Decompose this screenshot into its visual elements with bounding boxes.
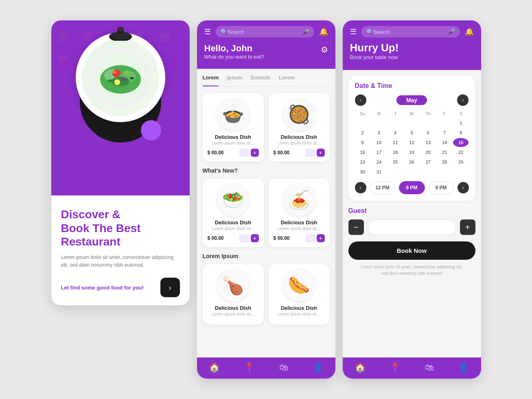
next-button[interactable]: › — [160, 278, 180, 297]
cal-day-14[interactable]: 14 — [437, 138, 452, 147]
hurry-subtitle: Book your table now — [350, 54, 474, 60]
screen-3: ☰ 🔍 🎤 🔔 Hurry Up! Book your table now Da… — [343, 20, 481, 379]
cal-next-btn[interactable]: › — [457, 94, 469, 106]
tab-dolositr[interactable]: Dolositr — [251, 75, 271, 83]
cal-label-w: W — [404, 110, 419, 118]
qty-plus-2[interactable]: + — [317, 149, 325, 157]
cal-day-21[interactable]: 21 — [437, 148, 452, 157]
cal-day-22[interactable]: 22 — [453, 148, 469, 157]
bell-icon[interactable]: 🔔 — [319, 27, 328, 36]
cal-day-15[interactable]: 15 — [453, 138, 469, 147]
cal-day-31[interactable]: 31 — [371, 167, 387, 176]
dish-card-4: 🍝 Delicious Dish Lorem ipsum dolor sit..… — [269, 179, 330, 247]
calendar-grid: Su M T W Th F S 1 2 3 — [355, 110, 469, 176]
qty-display-1 — [239, 149, 249, 157]
cal-day-20[interactable]: 20 — [420, 148, 436, 157]
menu-icon[interactable]: ☰ — [204, 27, 211, 36]
time-next-btn[interactable]: › — [458, 182, 469, 193]
cal-day-13[interactable]: 13 — [420, 138, 436, 147]
filter-icon[interactable]: ⚙ — [321, 45, 328, 55]
time-slot-6pm[interactable]: 6 PM — [399, 181, 425, 194]
tab-lorem2[interactable]: Lorem — [279, 75, 295, 83]
bell-icon-3[interactable]: 🔔 — [465, 27, 474, 36]
cal-label-f: F — [437, 110, 452, 118]
cal-day-27[interactable]: 27 — [420, 158, 436, 167]
cal-day-8[interactable]: 8 — [453, 128, 469, 137]
cal-day-18[interactable]: 18 — [388, 148, 403, 157]
dish-name-3: Delicious Dish — [208, 219, 259, 226]
guest-count-input[interactable] — [368, 219, 456, 235]
cal-day-30[interactable]: 30 — [355, 167, 370, 176]
hurry-title: Hurry Up! — [350, 42, 474, 54]
tab-lorem[interactable]: Lorem — [203, 75, 219, 83]
cal-prev-btn[interactable]: ‹ — [355, 94, 366, 106]
guest-plus-btn[interactable]: + — [460, 219, 475, 235]
nav-bag-2[interactable]: 🛍 — [279, 362, 288, 373]
cal-day-10[interactable]: 10 — [371, 138, 387, 147]
cal-day-25[interactable]: 25 — [388, 158, 403, 167]
screen1-bottom: Discover & Book The Best Restaurant Lore… — [51, 195, 190, 305]
nav-location-3[interactable]: 📍 — [390, 362, 401, 373]
qty-plus-4[interactable]: + — [317, 234, 325, 242]
dish-name-6: Delicious Dish — [274, 305, 325, 311]
cal-day-17[interactable]: 17 — [371, 148, 387, 157]
cal-day-4[interactable]: 4 — [388, 128, 403, 137]
cal-day-7[interactable]: 7 — [437, 128, 452, 137]
dish-image-1: 🍲 — [217, 98, 250, 131]
dish-image-4: 🍝 — [283, 184, 315, 216]
dish-card-5: 🍗 Delicious Dish Lorem ipsum dolor sit..… — [203, 264, 264, 324]
cal-day-23[interactable]: 23 — [355, 158, 370, 167]
guest-label: Guest — [348, 207, 475, 215]
cal-day-24[interactable]: 24 — [371, 158, 387, 167]
dish-price-3: $ 00.00 — [208, 235, 224, 241]
cal-day-empty-8 — [404, 167, 419, 176]
nav-profile-3[interactable]: 👤 — [458, 362, 469, 373]
cal-day-11[interactable]: 11 — [388, 138, 403, 147]
book-now-button[interactable]: Book Now — [348, 241, 475, 260]
cal-day-5[interactable]: 5 — [404, 128, 419, 137]
nav-home-2[interactable]: 🏠 — [209, 362, 220, 373]
nav-home-3[interactable]: 🏠 — [355, 362, 366, 373]
cal-label-t: T — [388, 110, 403, 118]
plate-container — [68, 33, 173, 138]
search-input[interactable] — [228, 29, 302, 35]
time-slot-9pm[interactable]: 9 PM — [428, 181, 454, 194]
dish-price-4: $ 00.00 — [274, 235, 290, 241]
screen2-header: ☰ 🔍 🎤 🔔 Hello, John What do you want to … — [197, 20, 335, 69]
tab-ipsum[interactable]: Ipsum — [227, 75, 242, 83]
cal-day-1[interactable]: 1 — [453, 118, 469, 127]
qty-display-3 — [239, 234, 249, 242]
mic-icon[interactable]: 🎤 — [302, 28, 309, 35]
cal-day-2[interactable]: 2 — [355, 128, 370, 137]
dish-name-1: Delicious Dish — [208, 134, 259, 140]
time-slot-12pm[interactable]: 12 PM — [370, 181, 396, 194]
cal-day-16[interactable]: 16 — [355, 148, 370, 157]
qty-plus-1[interactable]: + — [251, 149, 259, 157]
cal-day-9[interactable]: 9 — [355, 138, 370, 147]
cal-day-12[interactable]: 12 — [404, 138, 419, 147]
dish-card-1: 🍲 Delicious Dish Lorem ipsum dolor sit..… — [203, 93, 264, 162]
menu-icon-3[interactable]: ☰ — [350, 27, 357, 36]
cal-day-3[interactable]: 3 — [371, 128, 387, 137]
cal-day-28[interactable]: 28 — [437, 158, 452, 167]
qty-display-4 — [305, 234, 315, 242]
search-bar-3[interactable]: 🔍 🎤 — [361, 26, 460, 37]
guest-ctrl: − + — [348, 219, 475, 235]
nav-location-2[interactable]: 📍 — [244, 362, 255, 373]
guest-minus-btn[interactable]: − — [348, 219, 364, 235]
dish-desc-5: Lorem ipsum dolor sit... — [208, 312, 259, 316]
time-prev-btn[interactable]: ‹ — [355, 182, 366, 193]
cal-label-s: S — [453, 110, 469, 118]
screen1-hero — [51, 20, 190, 195]
mic-icon-3[interactable]: 🎤 — [448, 28, 455, 35]
cal-day-26[interactable]: 26 — [404, 158, 419, 167]
qty-plus-3[interactable]: + — [251, 234, 259, 242]
cal-day-6[interactable]: 6 — [420, 128, 436, 137]
cal-day-29[interactable]: 29 — [453, 158, 469, 167]
search-bar[interactable]: 🔍 🎤 — [216, 26, 314, 37]
cal-day-19[interactable]: 19 — [404, 148, 419, 157]
screen-1: Discover & Book The Best Restaurant Lore… — [51, 20, 190, 305]
search-input-3[interactable] — [373, 29, 448, 35]
nav-profile-2[interactable]: 👤 — [312, 362, 323, 373]
nav-bag-3[interactable]: 🛍 — [425, 362, 434, 373]
